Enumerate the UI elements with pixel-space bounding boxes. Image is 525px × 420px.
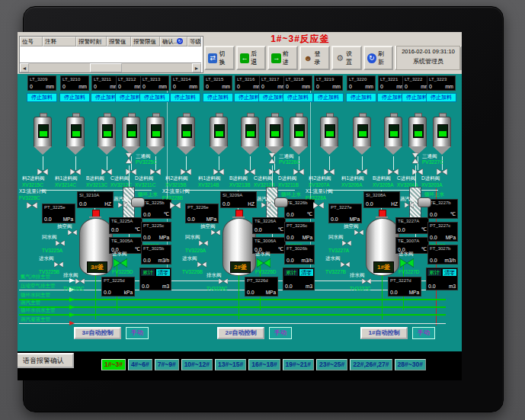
- page-button[interactable]: 16#~18#: [248, 359, 280, 370]
- return-valve-icon[interactable]: [199, 240, 208, 246]
- inlet-valve-name: 进水阀: [182, 255, 197, 261]
- scrollbar-thumb[interactable]: [90, 63, 122, 72]
- drain-valve-icon[interactable]: [75, 278, 85, 284]
- feed-valve-icon[interactable]: [324, 168, 335, 175]
- return-valve-icon[interactable]: [56, 240, 65, 246]
- temperature-tag: TE_3006A: [253, 238, 285, 243]
- water-inlet-valve-icon[interactable]: [114, 258, 127, 268]
- auto-control-button[interactable]: 2#自动控制: [217, 327, 264, 339]
- feed-valve-tag: XV3213C: [86, 182, 107, 188]
- page-button[interactable]: 22#,26#,27#: [350, 359, 392, 370]
- feed-status-chip: 停止加料: [59, 93, 90, 102]
- temperature-tag: TE_3007A: [396, 238, 428, 243]
- return-valve-icon[interactable]: [342, 240, 351, 246]
- toolbar-button[interactable]: ☻ 登录: [299, 46, 330, 70]
- feed-valve-icon[interactable]: [388, 168, 399, 175]
- feed-valve-icon[interactable]: [37, 168, 48, 175]
- scroll-left-arrow-icon[interactable]: ◄: [20, 63, 29, 72]
- feed-valve-icon[interactable]: [245, 168, 255, 175]
- feed-tank-unit: LT_3213 0 mm 停止加料: [139, 75, 171, 191]
- auto-control-button[interactable]: 1#自动控制: [360, 327, 408, 339]
- inlet-valve-icon[interactable]: [341, 261, 350, 268]
- bottom-pressure-unit: MPa: [266, 290, 276, 295]
- feed-valve-icon[interactable]: [437, 168, 447, 175]
- collector-pipe: [184, 190, 295, 191]
- jacket-temperature-unit: ℃: [164, 211, 169, 217]
- three-way-valve-icon[interactable]: [269, 153, 276, 164]
- totalizer-clear-button[interactable]: 清零: [443, 269, 456, 276]
- vacuum-valve-icon[interactable]: [68, 229, 77, 236]
- page-button[interactable]: 10#~12#: [181, 359, 213, 370]
- reactor-name-plate: 1#釜: [373, 261, 394, 273]
- tank-cone: [384, 146, 402, 155]
- mode-indicator: 手动: [269, 327, 292, 339]
- drain-valve-icon[interactable]: [219, 278, 228, 284]
- feed-valve-icon[interactable]: [269, 168, 280, 175]
- three-way-valve-name: 三通阀: [279, 153, 294, 159]
- drain-valve-icon[interactable]: [362, 278, 371, 284]
- tank-level-tag: LT_3215: [204, 76, 232, 82]
- vacuum-valve-name: 抽空阀: [344, 223, 359, 229]
- pressure-display: PT_3225e 0.0 MPa: [42, 204, 75, 223]
- jacket-pressure-unit: MPa: [159, 235, 169, 240]
- totalizer-unit: m3: [162, 284, 169, 289]
- feed-status-chip: 停止加料: [139, 93, 170, 102]
- inlet-valve-icon[interactable]: [197, 261, 206, 268]
- feed-valve-icon[interactable]: [150, 168, 161, 175]
- feed-valve-icon[interactable]: [412, 168, 423, 175]
- page-button[interactable]: 28#~30#: [395, 359, 426, 370]
- totalizer-clear-button[interactable]: 清零: [156, 269, 170, 276]
- page-button[interactable]: 23#~25#: [316, 359, 347, 370]
- toolbar-button-icon: ⇄: [208, 53, 217, 63]
- flow-meter-valve-icon[interactable]: [170, 202, 181, 209]
- water-inlet-valve-icon[interactable]: [257, 258, 271, 268]
- three-way-valve-icon[interactable]: [126, 153, 133, 164]
- alarm-table-scrollbar[interactable]: ◄ ►: [20, 63, 201, 72]
- page-button[interactable]: 19#~21#: [283, 359, 314, 370]
- auto-control-button[interactable]: 3#自动控制: [74, 327, 121, 339]
- vacuum-valve-icon[interactable]: [211, 229, 220, 236]
- bottom-pressure-tag: PT_3226d: [245, 277, 277, 283]
- toolbar-button[interactable]: ← 后退: [236, 46, 267, 70]
- feed-valve-name: B进料阀: [373, 175, 391, 182]
- feed-status-chip: 停止加料: [283, 93, 313, 102]
- toolbar-button-label: 刷新: [378, 50, 389, 66]
- steam-valve-icon[interactable]: [261, 202, 271, 208]
- totalizer-clear-button[interactable]: 清零: [299, 269, 313, 276]
- toolbar-button[interactable]: ⚙ 设置: [331, 46, 362, 70]
- feed-valve-icon[interactable]: [101, 168, 112, 175]
- flow-meter-valve-icon[interactable]: [27, 202, 37, 209]
- feed-status-chip: 停止加料: [426, 93, 456, 102]
- inlet-valve-icon[interactable]: [54, 261, 63, 268]
- feed-valve-icon[interactable]: [293, 168, 304, 175]
- water-inlet-valve-icon[interactable]: [400, 258, 414, 268]
- feed-valve-icon[interactable]: [181, 168, 191, 175]
- tank-level-display: LT_3219 0 mm: [314, 75, 343, 91]
- page-button[interactable]: 7#~9#: [155, 359, 179, 370]
- voice-alarm-confirm-button[interactable]: 语音报警确认: [18, 353, 74, 368]
- tank-cone: [353, 146, 371, 155]
- jacket-pressure-tag: PT_3225c: [142, 223, 171, 228]
- feed-valve-icon[interactable]: [70, 168, 81, 175]
- tank-level-tag: LT_3218: [284, 76, 312, 82]
- page-button[interactable]: 4#~6#: [128, 359, 152, 370]
- toolbar-button[interactable]: ↻ 刷新: [363, 46, 394, 70]
- feed-valve-icon[interactable]: [357, 168, 367, 175]
- page-button[interactable]: 13#~15#: [215, 359, 246, 370]
- collector-pipe: [327, 190, 438, 191]
- toolbar-button[interactable]: → 前进: [267, 46, 298, 70]
- toolbar-button[interactable]: ⇄ 切换: [204, 46, 235, 70]
- inlet-valve-name: 进水阀: [39, 255, 54, 261]
- steam-valve-icon[interactable]: [405, 202, 414, 208]
- feed-valve-icon[interactable]: [126, 168, 136, 175]
- three-way-valve-icon[interactable]: [412, 153, 419, 164]
- totalizer-label: 累计: [141, 269, 155, 276]
- page-button[interactable]: 1#~3#: [101, 359, 126, 370]
- inlet-valve-tag: TV3226B: [182, 269, 203, 275]
- vacuum-valve-icon[interactable]: [354, 229, 363, 236]
- flow-meter-valve-icon[interactable]: [313, 202, 324, 209]
- alarm-column-header: 报警值: [107, 37, 131, 46]
- steam-valve-icon[interactable]: [118, 202, 127, 208]
- feed-valve-icon[interactable]: [213, 168, 224, 175]
- scroll-right-arrow-icon[interactable]: ►: [192, 63, 201, 72]
